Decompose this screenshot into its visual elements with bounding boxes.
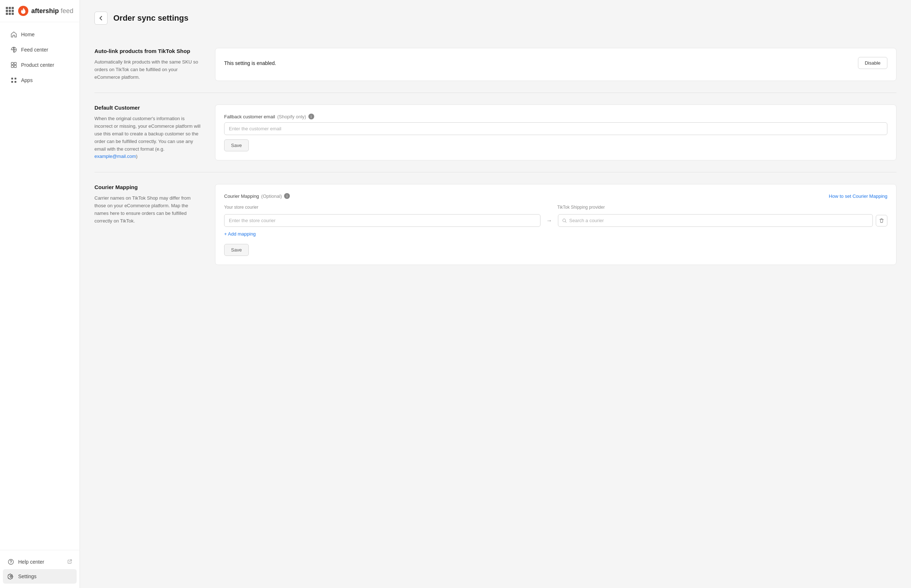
sidebar-item-feed-center-label: Feed center [21, 47, 48, 53]
default-customer-card: Fallback customer email (Shopify only) i… [215, 105, 896, 160]
back-arrow-icon [98, 15, 104, 21]
sidebar-item-settings-label: Settings [18, 573, 37, 579]
example-email-link[interactable]: example@mail.com [94, 153, 136, 159]
svg-rect-3 [11, 65, 13, 68]
search-courier-wrap[interactable] [558, 214, 873, 227]
svg-rect-7 [11, 81, 13, 83]
sidebar-item-help-label: Help center [18, 559, 44, 565]
courier-mapping-section: Courier Mapping Carrier names on TikTok … [94, 173, 896, 276]
store-courier-col-label: Your store courier [224, 205, 540, 210]
default-customer-section: Default Customer When the original custo… [94, 93, 896, 173]
auto-link-description: Auto-link products from TikTok Shop Auto… [94, 48, 203, 81]
customer-email-input[interactable] [224, 122, 887, 135]
svg-point-11 [10, 576, 12, 577]
add-mapping-button[interactable]: + Add mapping [224, 230, 256, 238]
courier-save-button[interactable]: Save [224, 244, 249, 256]
tiktok-courier-col-label: TikTok Shipping provider [557, 205, 873, 210]
sidebar-item-home-label: Home [21, 32, 34, 37]
sidebar-item-product-center[interactable]: Product center [3, 58, 77, 72]
sidebar-item-product-center-label: Product center [21, 62, 54, 68]
sidebar-item-apps[interactable]: Apps [3, 73, 77, 87]
feed-icon [10, 46, 18, 53]
courier-mapping-row: → [224, 214, 887, 227]
page-header: Order sync settings [94, 11, 896, 25]
courier-mapping-info-icon[interactable]: i [284, 193, 290, 199]
trash-icon [879, 218, 884, 223]
product-icon [10, 61, 18, 69]
settings-icon [7, 573, 15, 580]
sidebar-bottom: Help center Settings [0, 550, 79, 588]
search-courier-input[interactable] [569, 215, 869, 226]
sidebar-item-home[interactable]: Home [3, 27, 77, 42]
fallback-email-label: Fallback customer email (Shopify only) i [224, 114, 887, 120]
default-customer-desc: When the original customer's information… [94, 115, 203, 160]
auto-link-title: Auto-link products from TikTok Shop [94, 48, 203, 54]
sidebar-item-feed-center[interactable]: Feed center [3, 42, 77, 57]
fallback-email-info-icon[interactable]: i [308, 114, 314, 120]
sidebar-item-settings[interactable]: Settings [3, 569, 77, 584]
search-icon [562, 218, 567, 223]
auto-link-card: This setting is enabled. Disable [215, 48, 896, 81]
customer-save-button[interactable]: Save [224, 139, 249, 151]
apps-icon [10, 77, 18, 84]
how-to-link[interactable]: How to set Courier Mapping [829, 194, 887, 199]
home-icon [10, 31, 18, 38]
courier-mapping-title: Courier Mapping [94, 184, 203, 190]
default-customer-title: Default Customer [94, 105, 203, 111]
logo: aftership feed [0, 0, 79, 22]
svg-rect-2 [14, 63, 16, 65]
enabled-status-text: This setting is enabled. [224, 60, 276, 66]
auto-link-section: Auto-link products from TikTok Shop Auto… [94, 36, 896, 93]
courier-mapping-header: Courier Mapping (Optional) i How to set … [224, 193, 887, 199]
delete-courier-button[interactable] [876, 215, 887, 226]
auto-link-desc: Automatically link products with the sam… [94, 58, 203, 81]
svg-rect-4 [14, 65, 16, 68]
sidebar-nav: Home Feed center Product center Apps [0, 22, 79, 550]
svg-rect-5 [11, 78, 13, 79]
enabled-row: This setting is enabled. Disable [224, 57, 887, 69]
help-icon [7, 558, 15, 565]
courier-mapping-desc: Carrier names on TikTok Shop may differ … [94, 195, 203, 225]
svg-rect-8 [15, 81, 16, 83]
grid-icon [6, 7, 14, 15]
courier-mapping-description: Courier Mapping Carrier names on TikTok … [94, 184, 203, 265]
back-button[interactable] [94, 11, 107, 25]
disable-button[interactable]: Disable [858, 57, 887, 69]
courier-mapping-label: Courier Mapping (Optional) i [224, 193, 290, 199]
store-courier-input[interactable] [224, 214, 540, 227]
page-title: Order sync settings [113, 13, 188, 23]
default-customer-description: Default Customer When the original custo… [94, 105, 203, 160]
svg-rect-6 [15, 78, 16, 79]
svg-point-10 [11, 563, 11, 563]
sidebar-item-help-center[interactable]: Help center [3, 555, 77, 569]
app-name: aftership feed [31, 7, 73, 15]
main-content: Order sync settings Auto-link products f… [80, 0, 911, 588]
courier-mapping-card: Courier Mapping (Optional) i How to set … [215, 184, 896, 265]
external-link-icon [67, 559, 72, 565]
svg-rect-1 [11, 63, 13, 65]
aftership-logo-icon [18, 6, 28, 16]
sidebar-item-apps-label: Apps [21, 77, 33, 83]
arrow-icon: → [543, 217, 555, 224]
sidebar: aftership feed Home Feed center Product … [0, 0, 80, 588]
